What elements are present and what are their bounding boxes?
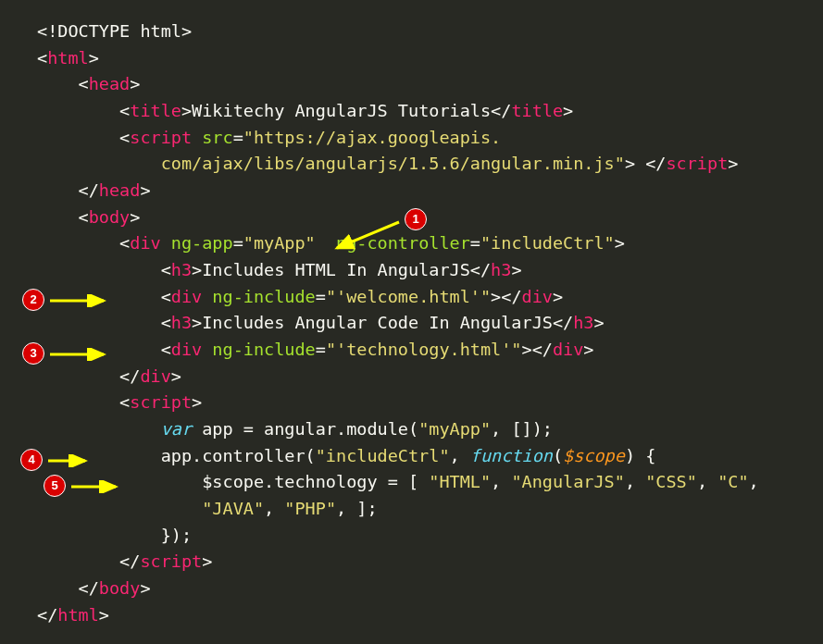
src-val-1: "https://ajax.googleapis. <box>243 128 501 147</box>
div-inc1: div <box>171 287 202 306</box>
annotation-badge-4: 4 <box>20 449 43 471</box>
arr4: "C" <box>717 472 748 491</box>
h3-close2: h3 <box>573 313 593 332</box>
nginc-attr2: ng-include <box>212 340 315 359</box>
html-open: html <box>47 48 89 68</box>
annotation-badge-5: 5 <box>44 475 66 497</box>
h3-close1: h3 <box>491 260 511 279</box>
ngctrl-val: "includeCtrl" <box>480 233 615 253</box>
badge-3-text: 3 <box>30 344 36 363</box>
title-close: title <box>511 101 563 120</box>
src-attr: src <box>202 128 232 147</box>
nginc-attr1: ng-include <box>212 287 315 306</box>
src-val-2: com/ajax/libs/angularjs/1.5.6/angular.mi… <box>161 154 625 173</box>
annotation-arrow-1 <box>330 218 408 255</box>
nginc-val1: "'welcome.html'" <box>326 287 491 306</box>
function-kw: function <box>470 446 553 465</box>
html-close: html <box>57 605 99 625</box>
annotation-badge-2: 2 <box>22 289 44 311</box>
head-open: head <box>89 74 131 93</box>
badge-4-text: 4 <box>28 451 34 469</box>
module-name: "myApp" <box>418 419 491 439</box>
arr1: "HTML" <box>429 472 491 491</box>
arr3: "CSS" <box>645 472 697 491</box>
annotation-badge-3: 3 <box>22 342 44 365</box>
arr2: "AngularJS" <box>511 472 625 491</box>
controller-call: app.controller( <box>161 446 316 465</box>
h3-text1: Includes HTML In AngularJS <box>202 260 470 279</box>
doctype: <!DOCTYPE html> <box>37 21 192 41</box>
annotation-arrow-4 <box>46 454 94 467</box>
brace-close: }); <box>161 526 192 545</box>
h3-open2: h3 <box>171 313 192 332</box>
angular-module: angular.module( <box>264 419 418 439</box>
div-inc2: div <box>171 340 202 359</box>
comma: , <box>450 446 470 465</box>
arr5: "JAVA" <box>202 499 264 518</box>
badge-1-text: 1 <box>412 210 418 229</box>
script-open: script <box>130 128 192 147</box>
title-text: Wikitechy AngularJS Tutorials <box>192 101 491 120</box>
div-inc1-close: div <box>522 287 553 306</box>
controller-name: "includeCtrl" <box>316 446 450 465</box>
arr6: "PHP" <box>284 499 336 518</box>
brace-open: ) { <box>625 446 655 465</box>
h3-text2: Includes Angular Code In AngularJS <box>202 313 553 332</box>
ngapp-val: "myApp" <box>243 233 316 253</box>
body-open: body <box>89 207 131 227</box>
eq: = <box>233 419 264 439</box>
script2-close: script <box>140 551 202 571</box>
div-inc2-close: div <box>553 340 583 359</box>
head-close: head <box>99 180 141 200</box>
body-close: body <box>99 578 141 598</box>
title-tag: title <box>130 101 181 120</box>
annotation-arrow-5 <box>69 480 125 493</box>
div-close1: div <box>140 366 170 386</box>
script-close: script <box>666 154 728 173</box>
var-kw: var <box>161 419 192 439</box>
div-open1: div <box>130 233 160 253</box>
h3-open1: h3 <box>171 260 192 279</box>
func-arg: $scope <box>563 446 625 465</box>
annotation-arrow-2 <box>48 294 113 307</box>
svg-line-1 <box>337 222 399 248</box>
annotation-arrow-3 <box>48 348 113 361</box>
nginc-val2: "'technology.html'" <box>326 340 522 359</box>
annotation-badge-1: 1 <box>405 208 427 230</box>
script2-open: script <box>130 392 192 412</box>
code-block: <!DOCTYPE html> <html> <head> <title>Wik… <box>0 0 823 628</box>
ngapp-attr: ng-app <box>171 233 233 253</box>
scope-assign: $scope.technology = [ <box>202 472 429 491</box>
arr-close: , ]; <box>336 499 378 518</box>
app-name: app <box>202 419 232 439</box>
badge-5-text: 5 <box>51 477 57 495</box>
module-args: , []); <box>491 419 553 439</box>
badge-2-text: 2 <box>30 291 36 309</box>
